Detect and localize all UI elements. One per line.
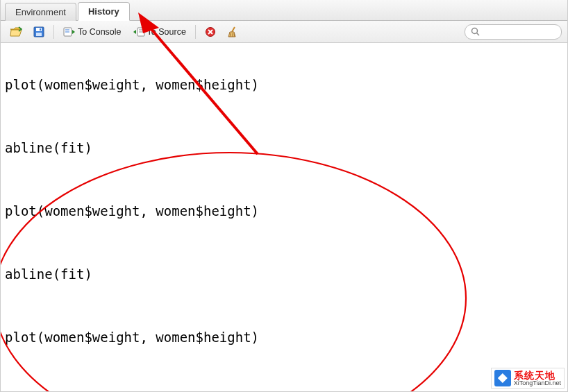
tab-history[interactable]: History [78, 2, 130, 21]
toolbar-separator [53, 25, 54, 39]
open-history-button[interactable] [6, 24, 26, 40]
tab-bar: Environment History [1, 0, 567, 21]
svg-rect-2 [36, 33, 42, 36]
watermark-url: XiTongTianDi.net [514, 380, 561, 386]
watermark-logo-icon [494, 370, 511, 386]
broom-icon [227, 26, 240, 38]
svg-line-11 [232, 27, 235, 32]
open-folder-icon [10, 26, 22, 37]
svg-rect-3 [40, 28, 41, 31]
history-line[interactable]: abline(fit) [5, 264, 563, 284]
svg-line-16 [477, 33, 480, 36]
watermark-title: 系统天地 [514, 370, 561, 380]
watermark: 系统天地 XiTongTianDi.net [491, 368, 565, 389]
history-toolbar: To Console To Source [1, 21, 567, 43]
history-line[interactable]: plot(women$weight, women$height) [5, 327, 563, 348]
to-source-button[interactable]: To Source [129, 24, 190, 40]
to-console-label: To Console [78, 27, 122, 37]
history-line[interactable]: plot(women$weight, women$height) [5, 201, 563, 221]
tab-environment[interactable]: Environment [5, 3, 76, 21]
save-disk-icon [33, 26, 44, 37]
history-line[interactable]: abline(fit) [5, 137, 563, 158]
to-console-icon [63, 26, 76, 37]
history-line[interactable]: plot(women$weight, women$height) [5, 74, 563, 95]
svg-point-15 [472, 28, 478, 34]
save-history-button[interactable] [30, 24, 48, 40]
toolbar-separator [195, 25, 196, 39]
to-console-button[interactable]: To Console [60, 24, 125, 40]
search-input[interactable] [483, 27, 556, 37]
history-listing[interactable]: plot(women$weight, women$height) abline(… [1, 43, 567, 391]
to-source-icon [133, 26, 145, 37]
delete-x-icon [205, 26, 216, 37]
to-source-label: To Source [147, 27, 186, 37]
search-field-wrapper[interactable] [465, 24, 562, 40]
remove-entries-button[interactable] [201, 24, 219, 40]
search-icon [471, 27, 480, 36]
clear-history-button[interactable] [224, 24, 243, 40]
history-line[interactable]: abline(fit) [5, 391, 563, 391]
